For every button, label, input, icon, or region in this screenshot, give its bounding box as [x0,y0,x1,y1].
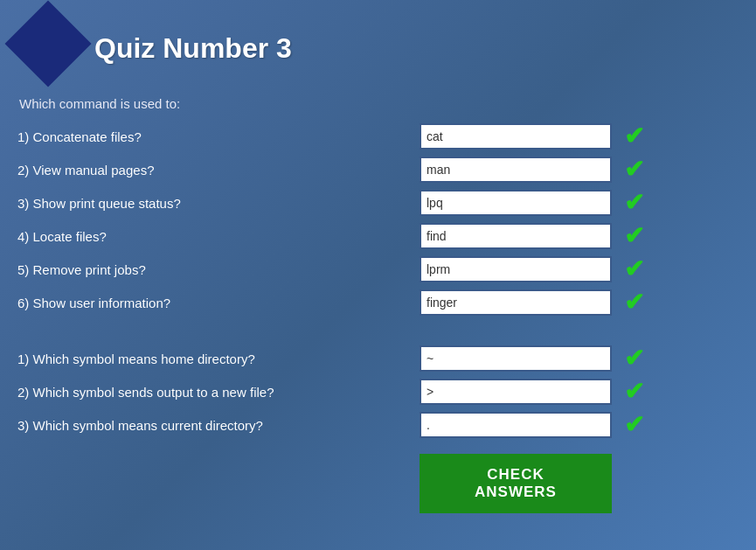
checkmark-1: ✔ [624,124,644,149]
question-label: 3) Which symbol means current directory? [17,418,420,433]
spacer [17,331,730,345]
answer-input-1[interactable] [420,123,612,150]
section1: 1) Concatenate files? ✔ 2) View manual p… [17,123,730,316]
quiz-row: 2) Which symbol sends output to a new fi… [17,379,730,405]
question-label: 5) Remove print jobs? [17,262,420,277]
quiz-row: 3) Which symbol means current directory?… [17,412,730,438]
check-answers-button[interactable]: CHECK ANSWERS [420,454,612,513]
answer-input-3[interactable] [420,190,612,216]
checkmark-5: ✔ [624,257,644,282]
quiz-row: 3) Show print queue status? ✔ [17,190,730,216]
answer-input-2[interactable] [420,157,612,183]
diamond-logo [5,1,92,87]
answer-input-6[interactable] [420,289,612,316]
question-label: 1) Which symbol means home directory? [17,352,420,366]
quiz-row: 1) Which symbol means home directory? ✔ [17,345,730,372]
answer-input-s2-3[interactable] [420,412,612,438]
section2: 1) Which symbol means home directory? ✔ … [17,345,730,438]
question-label: 6) Show user information? [17,296,420,310]
checkmark-6: ✔ [624,290,644,315]
quiz-row: 1) Concatenate files? ✔ [17,123,730,150]
checkmark-3: ✔ [624,191,644,215]
quiz-row: 5) Remove print jobs? ✔ [17,256,730,282]
checkmark-s2-1: ✔ [624,346,644,371]
intro-text: Which command is used to: [19,96,730,111]
page-title: Quiz Number 3 [94,32,292,65]
question-label: 1) Concatenate files? [17,129,420,144]
question-label: 3) Show print queue status? [17,196,420,211]
checkmark-s2-3: ✔ [624,413,644,437]
question-label: 2) Which symbol sends output to a new fi… [17,385,420,400]
question-label: 4) Locate files? [17,229,420,244]
checkmark-s2-2: ✔ [624,379,644,404]
page-container: Quiz Number 3 Which command is used to: … [0,0,756,550]
quiz-row: 6) Show user information? ✔ [17,289,730,316]
answer-input-4[interactable] [420,223,612,249]
answer-input-5[interactable] [420,256,612,282]
quiz-row: 2) View manual pages? ✔ [17,157,730,183]
checkmark-2: ✔ [624,157,644,182]
answer-input-s2-2[interactable] [420,379,612,405]
checkmark-4: ✔ [624,224,644,248]
answer-input-s2-1[interactable] [420,345,612,372]
title-area: Quiz Number 3 [17,17,730,79]
question-label: 2) View manual pages? [17,163,420,178]
quiz-row: 4) Locate files? ✔ [17,223,730,249]
